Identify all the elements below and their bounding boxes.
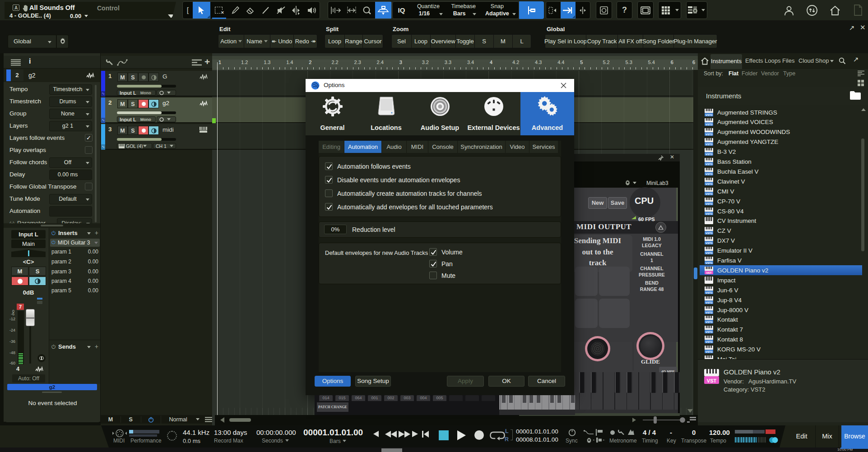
svg-text:VST3: VST3	[706, 162, 713, 166]
svg-text:VST3: VST3	[706, 113, 713, 116]
svg-text:VST3: VST3	[706, 182, 713, 185]
svg-text:VST3: VST3	[706, 231, 713, 235]
svg-text:VST3: VST3	[706, 123, 713, 126]
svg-text:VST3: VST3	[706, 330, 713, 333]
svg-text:VST3: VST3	[706, 143, 713, 146]
svg-text:VST3: VST3	[706, 291, 713, 294]
svg-text:VST3: VST3	[706, 350, 713, 353]
svg-text:VST: VST	[706, 271, 711, 274]
svg-text:VST3: VST3	[706, 152, 713, 156]
svg-text:VST3: VST3	[706, 133, 713, 136]
svg-text:VST3: VST3	[706, 172, 713, 175]
svg-text:VST3: VST3	[706, 320, 713, 323]
svg-text:VST3: VST3	[706, 251, 713, 254]
svg-text:VST3: VST3	[706, 310, 713, 314]
svg-text:VST3: VST3	[706, 192, 713, 195]
svg-text:VST3: VST3	[706, 340, 713, 343]
svg-text:VST3: VST3	[706, 300, 713, 304]
svg-text:VST: VST	[707, 378, 717, 383]
svg-text:VST3: VST3	[706, 212, 713, 215]
svg-text:VST3: VST3	[706, 261, 713, 264]
svg-text:VST3: VST3	[706, 241, 713, 244]
svg-text:VST3: VST3	[706, 202, 713, 205]
